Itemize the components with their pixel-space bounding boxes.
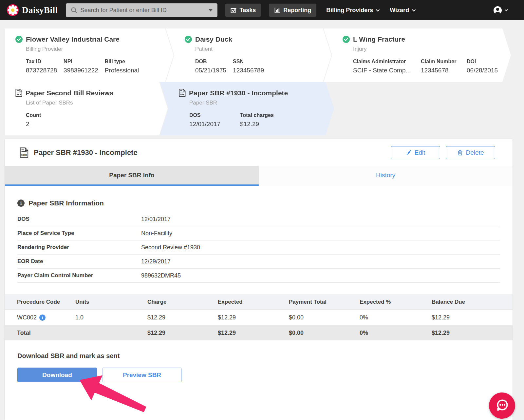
field-value: $12.29 xyxy=(240,121,274,128)
billing-providers-label: Billing Providers xyxy=(326,7,373,14)
info-label: Place of Service Type xyxy=(17,230,141,237)
field-value: 06/28/2015 xyxy=(467,67,498,74)
table-row: WC002 i 1.0 $12.29 $12.29 $0.00 0% $12.2… xyxy=(5,310,513,325)
info-value: Non-Facility xyxy=(141,230,172,237)
field-value: Professional xyxy=(105,67,139,74)
chevron-down-icon xyxy=(504,9,508,11)
field-label: SSN xyxy=(233,59,264,65)
tab-paper-sbr-info[interactable]: Paper SBR Info xyxy=(5,166,259,186)
sbr-doc-label: SBR xyxy=(21,154,27,157)
field-value: 2 xyxy=(26,121,41,128)
billing-providers-menu[interactable]: Billing Providers xyxy=(326,7,380,14)
chevron-down-icon xyxy=(412,9,416,12)
field-label: DOS xyxy=(189,112,234,118)
search-dropdown-caret-icon[interactable] xyxy=(209,9,213,11)
page-title: Paper SBR #1930 - Incomplete xyxy=(34,148,138,157)
units-value: 1.0 xyxy=(75,314,147,321)
download-button[interactable]: Download xyxy=(17,368,97,382)
tasks-checkbox-icon xyxy=(231,7,237,13)
info-row-eor-date: EOR Date 12/29/2017 xyxy=(17,255,500,269)
field-label: Tax ID xyxy=(26,59,57,65)
patient-search[interactable] xyxy=(66,3,217,17)
check-circle-icon xyxy=(15,36,23,43)
breadcrumb-card-paper-sbr-list[interactable]: SBR Paper Second Bill Reviews List of Pa… xyxy=(5,82,168,135)
edit-button[interactable]: Edit xyxy=(391,146,440,159)
card-title: Paper Second Bill Reviews xyxy=(26,89,113,97)
download-label: Download xyxy=(42,372,72,379)
brand-name: DaisyBill xyxy=(22,5,58,15)
breadcrumb: Flower Valley Industrial Care Billing Pr… xyxy=(0,29,524,135)
top-navbar: DaisyBill Tasks Reporting Billing Provid… xyxy=(0,0,524,20)
reporting-label: Reporting xyxy=(283,7,311,14)
expected-pct-value: 0% xyxy=(360,314,432,321)
procedure-code-value: WC002 xyxy=(17,314,37,321)
col-procedure-code: Procedure Code xyxy=(17,299,75,305)
search-input[interactable] xyxy=(81,7,206,14)
chat-bubble-icon xyxy=(495,398,510,413)
field-label: Claims Administrator xyxy=(353,59,414,65)
tasks-button[interactable]: Tasks xyxy=(225,4,261,17)
reporting-button[interactable]: Reporting xyxy=(269,4,316,17)
field-label: DOB xyxy=(195,59,226,65)
sbr-info-fields: DOS 12/01/2017 Place of Service Type Non… xyxy=(17,212,500,283)
breadcrumb-card-injury[interactable]: L Wing Fracture Injury Claims Administra… xyxy=(324,29,511,82)
field-value: 123456789 xyxy=(233,67,264,74)
delete-label: Delete xyxy=(466,149,484,156)
check-circle-icon xyxy=(185,36,192,43)
info-row-dos: DOS 12/01/2017 xyxy=(17,212,500,226)
tab-history[interactable]: History xyxy=(259,166,513,186)
col-expected: Expected xyxy=(218,299,289,305)
tasks-label: Tasks xyxy=(240,7,256,14)
check-circle-icon xyxy=(343,36,350,43)
reporting-chart-icon xyxy=(274,7,280,13)
sbr-document-icon: SBR xyxy=(15,89,22,97)
edit-label: Edit xyxy=(415,149,425,156)
sbr-document-icon: SBR xyxy=(179,89,186,97)
breadcrumb-card-patient[interactable]: Daisy Duck Patient DOB 05/21/1975 SSN 12… xyxy=(166,29,331,82)
brand-logo[interactable]: DaisyBill xyxy=(7,4,58,16)
card-subtitle: Billing Provider xyxy=(26,46,174,52)
total-payment: $0.00 xyxy=(289,330,360,336)
info-row-payer-claim-control-number: Payer Claim Control Number 989632DMR45 xyxy=(17,269,500,283)
breadcrumb-card-billing-provider[interactable]: Flower Valley Industrial Care Billing Pr… xyxy=(5,29,174,82)
sbr-document-icon: SBR xyxy=(20,147,28,158)
col-units: Units xyxy=(75,299,147,305)
chat-launcher-button[interactable] xyxy=(489,392,515,419)
download-section-heading: Download SBR and mark as sent xyxy=(17,352,513,360)
user-avatar-icon xyxy=(493,6,502,15)
field-value: 12/01/2017 xyxy=(189,121,234,128)
sbr-doc-label: SBR xyxy=(180,93,185,96)
info-value: 989632DMR45 xyxy=(141,272,181,279)
table-total-row: Total $12.29 $12.29 $0.00 0% $12.29 xyxy=(5,325,513,340)
table-header-row: Procedure Code Units Charge Expected Pay… xyxy=(5,295,513,310)
detail-tabs: Paper SBR Info History xyxy=(5,166,513,186)
info-label: DOS xyxy=(17,216,141,222)
info-circle-icon: i xyxy=(17,200,25,207)
info-label: Payer Claim Control Number xyxy=(17,272,141,279)
info-row-place-of-service: Place of Service Type Non-Facility xyxy=(17,226,500,240)
card-subtitle: Patient xyxy=(195,46,331,52)
preview-sbr-label: Preview SBR xyxy=(123,372,161,379)
paper-sbr-detail-panel: SBR Paper SBR #1930 - Incomplete Edit xyxy=(5,139,513,420)
total-expected-pct: 0% xyxy=(360,330,432,336)
wizard-menu[interactable]: Wizard xyxy=(390,7,416,14)
preview-sbr-button[interactable]: Preview SBR xyxy=(102,368,182,382)
user-account-menu[interactable] xyxy=(493,6,508,15)
procedure-info-icon[interactable]: i xyxy=(39,315,46,321)
sbr-information-heading: i Paper SBR Information xyxy=(17,199,513,207)
total-label: Total xyxy=(17,330,75,336)
pencil-icon xyxy=(406,150,412,156)
card-subtitle: List of Paper SBRs xyxy=(26,100,168,106)
trash-icon xyxy=(457,150,463,156)
col-expected-pct: Expected % xyxy=(360,299,432,305)
card-subtitle: Injury xyxy=(353,46,511,52)
card-title: L Wing Fracture xyxy=(353,35,405,43)
card-title: Paper SBR #1930 - Incomplete xyxy=(189,89,288,97)
info-row-rendering-provider: Rendering Provider Second Review #1930 xyxy=(17,240,500,255)
field-value: 05/21/1975 xyxy=(195,67,226,74)
breadcrumb-card-paper-sbr-current[interactable]: SBR Paper SBR #1930 - Incomplete Paper S… xyxy=(160,82,334,135)
delete-button[interactable]: Delete xyxy=(446,146,495,159)
line-items-table: Procedure Code Units Charge Expected Pay… xyxy=(5,295,513,340)
total-charge: $12.29 xyxy=(147,330,218,336)
field-label: NPI xyxy=(64,59,98,65)
